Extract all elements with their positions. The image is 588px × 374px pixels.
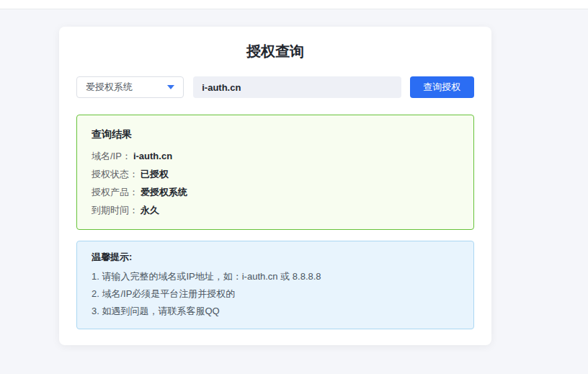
result-row-expiry: 到期时间：永久 bbox=[92, 201, 459, 219]
result-label: 域名/IP： bbox=[92, 151, 131, 161]
query-result-box: 查询结果 域名/IP：i-auth.cn 授权状态：已授权 授权产品：爱授权系统… bbox=[76, 115, 474, 230]
query-form-row: 爱授权系统 查询授权 bbox=[76, 76, 474, 98]
result-value: i-auth.cn bbox=[133, 151, 172, 161]
result-row-domain: 域名/IP：i-auth.cn bbox=[92, 147, 459, 165]
result-row-status: 授权状态：已授权 bbox=[92, 165, 459, 183]
tip-item-2: 2. 域名/IP必须是平台注册并授权的 bbox=[92, 285, 459, 303]
result-label: 授权产品： bbox=[92, 187, 138, 197]
query-auth-button[interactable]: 查询授权 bbox=[410, 76, 474, 98]
tips-box: 温馨提示: 1. 请输入完整的域名或IP地址，如：i-auth.cn 或 8.8… bbox=[76, 241, 474, 329]
product-select[interactable]: 爱授权系统 bbox=[76, 76, 184, 98]
auth-query-card: 授权查询 爱授权系统 查询授权 查询结果 域名/IP：i-auth.cn 授权状… bbox=[59, 27, 491, 345]
domain-input[interactable] bbox=[193, 76, 401, 98]
page-title: 授权查询 bbox=[76, 43, 474, 61]
tips-title: 温馨提示: bbox=[92, 251, 459, 264]
top-bar bbox=[0, 0, 588, 9]
result-value: 永久 bbox=[141, 205, 159, 215]
result-value: 爱授权系统 bbox=[141, 187, 187, 197]
chevron-down-icon bbox=[167, 85, 174, 89]
result-value: 已授权 bbox=[141, 169, 169, 179]
product-select-value: 爱授权系统 bbox=[86, 81, 133, 94]
tip-item-1: 1. 请输入完整的域名或IP地址，如：i-auth.cn 或 8.8.8.8 bbox=[92, 268, 459, 285]
result-row-product: 授权产品：爱授权系统 bbox=[92, 183, 459, 201]
result-label: 授权状态： bbox=[92, 169, 138, 179]
tip-item-3: 3. 如遇到问题，请联系客服QQ bbox=[92, 303, 459, 320]
result-title: 查询结果 bbox=[92, 128, 459, 141]
result-label: 到期时间： bbox=[92, 205, 138, 215]
